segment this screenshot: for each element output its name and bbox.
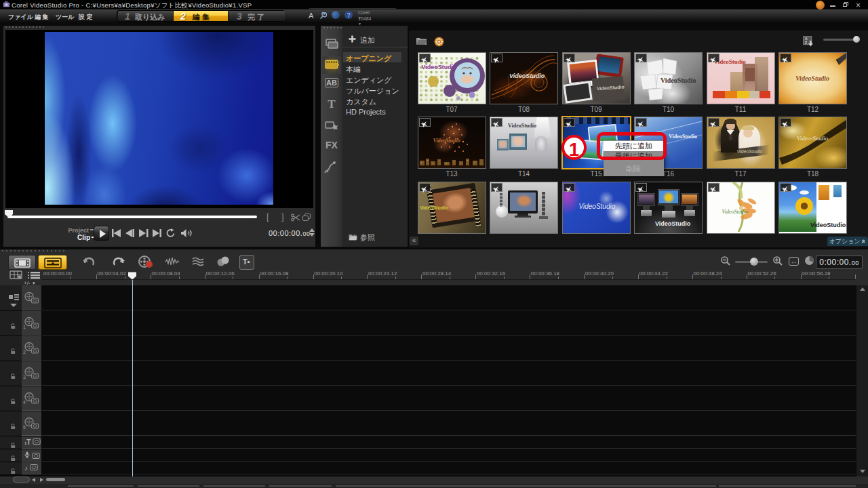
svg-text:Z: Z — [805, 41, 807, 45]
